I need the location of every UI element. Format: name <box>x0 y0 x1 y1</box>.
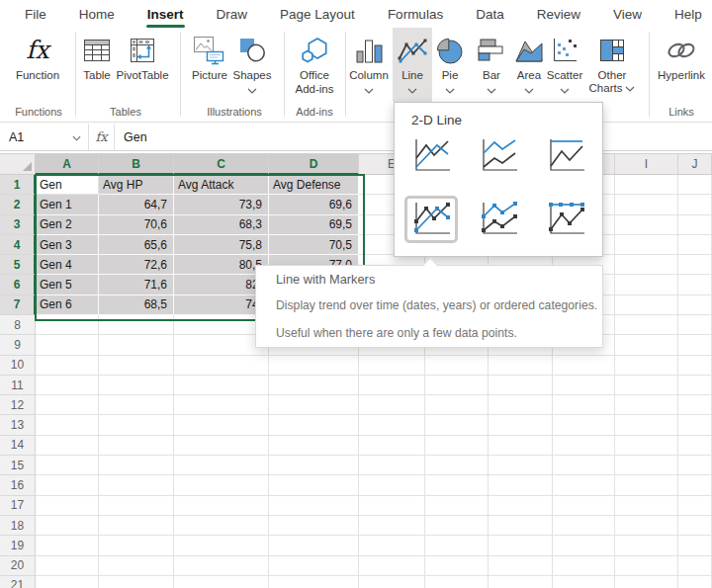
cell-J7[interactable] <box>678 295 712 315</box>
row-header-11[interactable]: 11 <box>0 376 36 395</box>
cell-J4[interactable] <box>678 235 712 255</box>
cell-D12[interactable] <box>269 395 359 415</box>
cell-J13[interactable] <box>678 415 712 435</box>
cell-H16[interactable] <box>553 475 615 495</box>
cell-G18[interactable] <box>489 516 553 536</box>
cell-I2[interactable] <box>615 195 678 214</box>
row-header-17[interactable]: 17 <box>0 496 36 516</box>
cell-H18[interactable] <box>553 516 615 536</box>
menu-tab-data[interactable]: Data <box>476 7 504 22</box>
cell-B16[interactable] <box>99 475 174 495</box>
cell-H14[interactable] <box>553 436 615 456</box>
row-header-6[interactable]: 6 <box>0 275 36 294</box>
cell-D18[interactable] <box>269 516 359 536</box>
cell-C1[interactable]: Avg Attack <box>174 175 269 195</box>
cell-A5[interactable]: Gen 4 <box>36 255 99 275</box>
picture-button[interactable]: Picture <box>187 28 232 101</box>
office-addins-button[interactable]: Office Add-ins <box>288 28 341 101</box>
cell-A14[interactable] <box>36 436 99 456</box>
cell-J18[interactable] <box>678 516 712 536</box>
line-chart-icon-option[interactable] <box>404 132 458 180</box>
pivottable-button[interactable]: PivotTable <box>113 28 172 101</box>
cell-B1[interactable]: Avg HP <box>99 175 174 195</box>
row-header-2[interactable]: 2 <box>0 195 36 214</box>
cell-C19[interactable] <box>174 536 269 555</box>
cell-C21[interactable] <box>174 576 269 588</box>
cell-B15[interactable] <box>99 456 174 475</box>
cell-H10[interactable] <box>553 356 615 376</box>
cell-C17[interactable] <box>174 496 269 516</box>
cell-F15[interactable] <box>425 456 489 475</box>
cell-C11[interactable] <box>174 376 269 395</box>
cell-E17[interactable] <box>359 496 425 516</box>
col-header-A[interactable]: A <box>36 154 99 175</box>
stacked-line-chart-icon-option[interactable] <box>472 132 525 180</box>
cell-G10[interactable] <box>489 356 553 376</box>
cell-J15[interactable] <box>678 456 712 475</box>
cell-B21[interactable] <box>99 576 174 588</box>
cell-E14[interactable] <box>359 436 425 456</box>
cell-J20[interactable] <box>678 556 712 576</box>
cell-A19[interactable] <box>36 536 99 555</box>
cell-A12[interactable] <box>36 395 99 415</box>
cell-D10[interactable] <box>269 356 359 376</box>
hundred-percent-stacked-line-with-markers-chart-icon-option[interactable] <box>539 196 592 243</box>
cell-F11[interactable] <box>425 376 489 395</box>
menu-tab-page-layout[interactable]: Page Layout <box>280 7 355 22</box>
menu-tab-help[interactable]: Help <box>674 7 702 22</box>
menu-tab-insert[interactable]: Insert <box>147 7 184 22</box>
cell-I17[interactable] <box>615 496 678 516</box>
cell-E21[interactable] <box>359 576 425 588</box>
cell-B13[interactable] <box>99 415 174 435</box>
cell-A13[interactable] <box>36 415 99 435</box>
column-chart-button[interactable]: Column <box>347 28 391 101</box>
col-header-J[interactable]: J <box>678 154 712 175</box>
cell-H15[interactable] <box>553 456 615 475</box>
cell-B9[interactable] <box>99 335 174 355</box>
row-header-16[interactable]: 16 <box>0 475 36 495</box>
cell-J5[interactable] <box>678 255 712 275</box>
cell-J9[interactable] <box>678 335 712 355</box>
table-button[interactable]: Table <box>79 28 115 101</box>
cell-D2[interactable]: 69,6 <box>269 195 359 214</box>
row-header-4[interactable]: 4 <box>0 235 36 255</box>
cell-G16[interactable] <box>489 475 553 495</box>
cell-I5[interactable] <box>615 255 678 275</box>
cell-E15[interactable] <box>359 456 425 475</box>
cell-D4[interactable]: 70,5 <box>269 235 359 255</box>
insert-function-fx-icon[interactable]: fx <box>89 124 115 150</box>
cell-H19[interactable] <box>553 536 615 555</box>
name-box-chevron-icon[interactable] <box>72 130 81 144</box>
col-header-D[interactable]: D <box>269 154 359 175</box>
cell-B11[interactable] <box>99 376 174 395</box>
cell-I9[interactable] <box>615 335 678 355</box>
cell-A8[interactable] <box>36 315 99 335</box>
cell-D13[interactable] <box>269 415 359 435</box>
cell-A10[interactable] <box>36 356 99 376</box>
cell-C16[interactable] <box>174 475 269 495</box>
cell-I3[interactable] <box>615 215 678 235</box>
area-chart-button[interactable]: Area <box>511 28 547 101</box>
cell-G14[interactable] <box>489 436 553 456</box>
cell-A9[interactable] <box>36 335 99 355</box>
cell-I8[interactable] <box>615 315 678 335</box>
cell-B7[interactable]: 68,5 <box>99 295 174 315</box>
cell-D3[interactable]: 69,5 <box>269 215 359 235</box>
cell-C4[interactable]: 75,8 <box>174 235 269 255</box>
cell-C2[interactable]: 73,9 <box>174 195 269 214</box>
cell-I10[interactable] <box>615 356 678 376</box>
row-header-13[interactable]: 13 <box>0 415 36 435</box>
cell-G15[interactable] <box>489 456 553 475</box>
cell-A4[interactable]: Gen 3 <box>36 235 99 255</box>
cell-J16[interactable] <box>678 475 712 495</box>
cell-J10[interactable] <box>678 356 712 376</box>
shapes-button[interactable]: Shapes <box>231 28 273 101</box>
cell-E12[interactable] <box>359 395 425 415</box>
cell-E11[interactable] <box>359 376 425 395</box>
cell-B3[interactable]: 70,6 <box>99 215 174 235</box>
cell-B20[interactable] <box>99 556 174 576</box>
row-header-3[interactable]: 3 <box>0 215 36 235</box>
row-header-5[interactable]: 5 <box>0 255 36 275</box>
cell-A6[interactable]: Gen 5 <box>36 275 99 294</box>
cell-A17[interactable] <box>36 496 99 516</box>
